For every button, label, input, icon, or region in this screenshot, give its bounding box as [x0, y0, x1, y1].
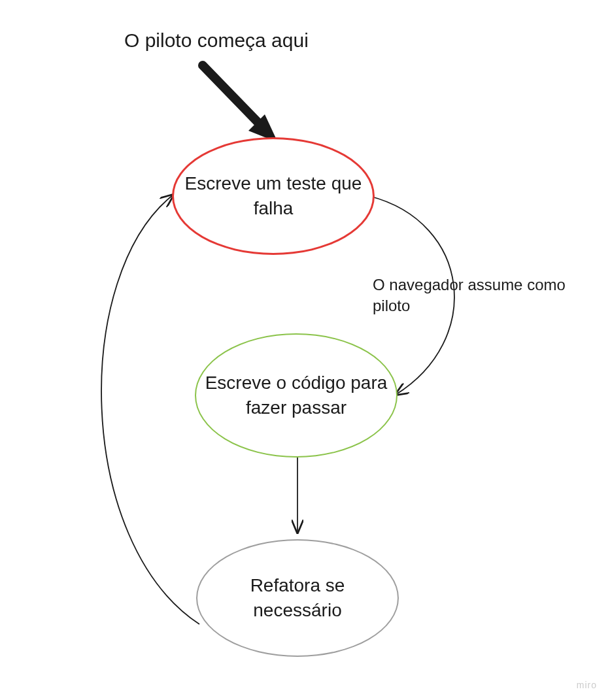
- edge-label-navigator: O navegador assume como piloto: [373, 275, 569, 317]
- watermark: miro: [577, 680, 597, 690]
- node-write-passing-code-label: Escreve o código para fazer passar: [196, 364, 396, 427]
- edge-gray-to-red: [101, 195, 199, 624]
- node-refactor: Refatora se necessário: [196, 539, 399, 657]
- start-arrow-icon: [203, 65, 278, 142]
- node-write-failing-test: Escreve um teste que falha: [172, 137, 375, 255]
- diagram-container: O piloto começa aqui Escreve um teste qu…: [0, 0, 610, 700]
- node-write-passing-code: Escreve o código para fazer passar: [195, 333, 398, 458]
- node-refactor-label: Refatora se necessário: [197, 567, 398, 629]
- diagram-title: O piloto começa aqui: [124, 29, 309, 52]
- node-write-failing-test-label: Escreve um teste que falha: [174, 165, 373, 227]
